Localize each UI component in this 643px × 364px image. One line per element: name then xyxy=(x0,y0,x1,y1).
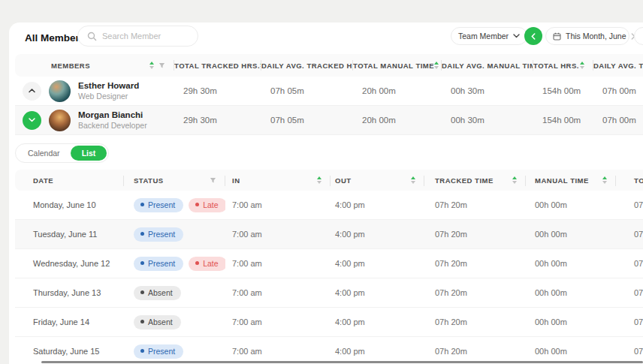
member-cell: Esther Howard Web Designer xyxy=(15,80,174,102)
col-label: Total Tracked Hrs. xyxy=(174,62,260,70)
col-label: Tracked Time xyxy=(435,176,494,185)
col-daily-avg-manual[interactable]: Daily Avg. Manual Time xyxy=(442,54,533,77)
total-value: 07h 20m xyxy=(616,200,643,209)
search-input[interactable] xyxy=(102,32,189,41)
tracked-value: 07h 20m xyxy=(424,347,526,356)
col-manual-time[interactable]: Manual Time xyxy=(526,170,616,191)
col-tracked-time[interactable]: Tracked Time xyxy=(424,170,526,191)
expand-collapse-button[interactable] xyxy=(23,111,41,130)
toggle-calendar[interactable]: Calendar xyxy=(17,146,71,161)
col-label: Date xyxy=(33,176,53,185)
horizontal-scrollbar[interactable] xyxy=(41,361,643,363)
team-member-label: Team Member xyxy=(458,32,509,41)
in-value: 7:00 am xyxy=(225,317,331,326)
attendance-list-table: Date Status In Out Tracked Time Manual T… xyxy=(15,170,643,364)
total-value: 07h 20m xyxy=(616,259,643,268)
date-value: Monday, June 10 xyxy=(15,200,124,209)
view-toggle: Calendar List xyxy=(15,143,109,163)
attendance-row-saturday: Saturday, June 15 Present 7:00 am 4:00 p… xyxy=(15,337,643,364)
calendar-icon xyxy=(553,32,561,41)
sort-icon[interactable] xyxy=(149,62,154,69)
date-range-picker[interactable]: This Month, June xyxy=(545,27,629,45)
member-role: Backend Developer xyxy=(78,121,147,130)
col-total-manual[interactable]: Total Manual Time xyxy=(353,54,442,77)
filter-icon[interactable] xyxy=(158,62,165,69)
next-period-button[interactable] xyxy=(634,27,643,45)
col-label: Daily Avg. Manual Time xyxy=(442,62,533,70)
expand-collapse-button[interactable] xyxy=(23,82,41,101)
total-value: 07h 20m xyxy=(616,317,643,326)
toggle-list[interactable]: List xyxy=(71,146,107,161)
col-date[interactable]: Date xyxy=(15,170,124,191)
sort-icon[interactable] xyxy=(434,62,439,69)
in-value: 7:00 am xyxy=(225,288,331,297)
daily-avg-tracked-value: 07h 05m xyxy=(261,86,353,95)
col-out[interactable]: Out xyxy=(331,170,424,191)
col-label: Daily Avg. Total xyxy=(593,62,643,70)
col-daily-avg-tracked[interactable]: Daily Avg. Tracked Hrs. xyxy=(261,54,353,77)
out-value: 4:00 pm xyxy=(331,230,424,239)
total-hrs-value: 154h 00m xyxy=(533,116,593,125)
out-value: 4:00 pm xyxy=(331,200,424,209)
member-role: Web Designer xyxy=(78,92,139,101)
sort-icon[interactable] xyxy=(580,62,584,69)
prev-period-button[interactable] xyxy=(524,27,542,45)
col-total[interactable]: Total xyxy=(616,170,643,191)
col-total-hrs[interactable]: Total Hrs. xyxy=(533,54,593,77)
manual-value: 00h 00m xyxy=(526,200,616,209)
col-label: In xyxy=(232,176,240,185)
tracked-value: 07h 20m xyxy=(424,259,526,268)
search-member-box[interactable] xyxy=(77,26,198,47)
out-value: 4:00 pm xyxy=(331,347,424,356)
date-range-label: This Month, June xyxy=(566,32,626,41)
col-label: Total xyxy=(634,176,643,185)
tracked-value: 07h 20m xyxy=(424,200,526,209)
col-daily-avg-total[interactable]: Daily Avg. Total xyxy=(593,54,643,77)
total-manual-value: 20h 00m xyxy=(353,116,442,125)
members-card: All Members Team Member This Month, June xyxy=(9,23,643,364)
daily-avg-total-value: 07h 00m xyxy=(593,86,643,95)
team-member-dropdown[interactable]: Team Member xyxy=(451,27,527,45)
tracked-value: 07h 20m xyxy=(424,288,526,297)
members-table: Members Total Tracked Hrs. Daily Avg. Tr… xyxy=(15,54,643,135)
manual-value: 00h 00m xyxy=(526,347,616,356)
member-name: Esther Howard xyxy=(78,81,139,90)
in-value: 7:00 am xyxy=(225,259,331,268)
page-title: All Members xyxy=(25,32,85,44)
col-status[interactable]: Status xyxy=(124,170,225,191)
col-total-tracked[interactable]: Total Tracked Hrs. xyxy=(174,54,261,77)
member-row-morgan[interactable]: Morgan Bianchi Backend Developer 29h 30m… xyxy=(15,106,643,135)
manual-value: 00h 00m xyxy=(526,259,616,268)
daily-avg-manual-value: 00h 30m xyxy=(442,86,533,95)
sort-icon[interactable] xyxy=(602,176,607,184)
date-value: Tuesday, June 11 xyxy=(15,230,124,239)
col-in[interactable]: In xyxy=(225,170,331,191)
filter-icon[interactable] xyxy=(210,177,216,184)
sort-icon[interactable] xyxy=(317,176,322,184)
attendance-row-wednesday: Wednesday, June 12 Present Late 7:00 am … xyxy=(15,249,643,278)
col-label: Manual Time xyxy=(535,176,589,185)
status-badge-present: Present xyxy=(134,257,183,271)
col-label: Status xyxy=(134,176,164,185)
total-hrs-value: 154h 00m xyxy=(533,86,593,95)
in-value: 7:00 am xyxy=(225,200,331,209)
manual-value: 00h 00m xyxy=(526,230,616,239)
member-row-esther[interactable]: Esther Howard Web Designer 29h 30m 07h 0… xyxy=(15,77,643,106)
search-icon xyxy=(87,32,97,41)
total-manual-value: 20h 00m xyxy=(353,86,442,95)
avatar xyxy=(49,110,71,131)
status-badge-present: Present xyxy=(134,198,183,212)
col-members[interactable]: Members xyxy=(15,54,174,77)
date-value: Friday, June 14 xyxy=(15,317,124,326)
col-label: Daily Avg. Tracked Hrs. xyxy=(261,62,353,70)
daily-avg-total-value: 07h 00m xyxy=(593,116,643,125)
chevron-left-icon xyxy=(531,33,536,40)
attendance-row-tuesday: Tuesday, June 11 Present 7:00 am 4:00 pm… xyxy=(15,220,643,249)
out-value: 4:00 pm xyxy=(331,259,424,268)
in-value: 7:00 am xyxy=(225,230,331,239)
col-label: Total Hrs. xyxy=(533,62,579,70)
attendance-row-thursday: Thursday, June 13 Absent 7:00 am 4:00 pm… xyxy=(15,278,643,308)
sort-icon[interactable] xyxy=(411,176,415,184)
out-value: 4:00 pm xyxy=(331,288,424,297)
sort-icon[interactable] xyxy=(512,176,517,184)
